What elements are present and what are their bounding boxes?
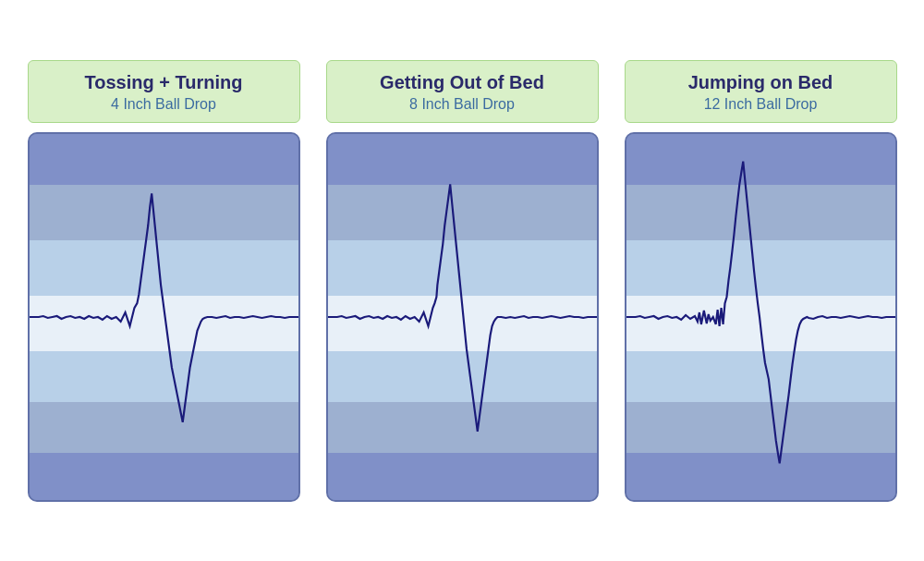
label-box-getting-out: Getting Out of Bed 8 Inch Ball Drop <box>326 60 599 123</box>
main-container: Tossing + Turning 4 Inch Ball Drop Getti… <box>9 42 916 520</box>
label-box-jumping: Jumping on Bed 12 Inch Ball Drop <box>625 60 897 123</box>
panel-getting-out: Getting Out of Bed 8 Inch Ball Drop <box>326 60 599 502</box>
label-box-tossing: Tossing + Turning 4 Inch Ball Drop <box>28 60 300 123</box>
panel-jumping: Jumping on Bed 12 Inch Ball Drop <box>625 60 897 502</box>
panel-tossing: Tossing + Turning 4 Inch Ball Drop <box>28 60 300 502</box>
panel-title-jumping: Jumping on Bed <box>642 70 880 94</box>
waveform-getting-out <box>328 134 597 500</box>
chart-jumping <box>625 132 897 502</box>
chart-getting-out <box>326 132 599 502</box>
panel-title-tossing: Tossing + Turning <box>45 70 283 94</box>
panel-title-getting-out: Getting Out of Bed <box>344 70 581 94</box>
panel-subtitle-jumping: 12 Inch Ball Drop <box>642 96 880 113</box>
waveform-tossing <box>30 134 298 500</box>
chart-tossing <box>28 132 300 502</box>
panel-subtitle-getting-out: 8 Inch Ball Drop <box>344 96 581 113</box>
waveform-jumping <box>626 134 895 500</box>
panel-subtitle-tossing: 4 Inch Ball Drop <box>45 96 283 113</box>
